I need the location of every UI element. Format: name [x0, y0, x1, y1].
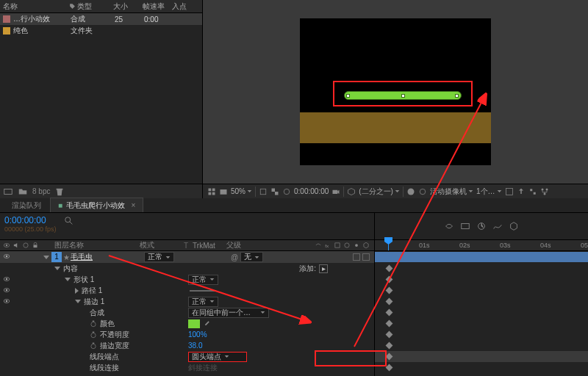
col-rate[interactable]: 帧速率 — [140, 1, 169, 12]
current-time-indicator[interactable] — [388, 240, 389, 250]
keyframe-icon[interactable] — [386, 287, 393, 294]
shape-mode-dropdown[interactable]: 正常 — [188, 275, 218, 285]
col-size[interactable]: 大小 — [110, 1, 140, 12]
keyframe-icon[interactable] — [386, 353, 393, 361]
vertex-handle[interactable] — [455, 94, 459, 98]
line-join-value[interactable]: 斜接连接 — [188, 363, 218, 373]
interpret-footage-icon[interactable] — [3, 187, 13, 197]
fullres-icon[interactable] — [528, 187, 537, 196]
twirl-down-icon[interactable] — [75, 300, 81, 303]
snapshot-icon[interactable] — [219, 187, 228, 196]
preview-timecode[interactable]: 0:00:00:00 — [294, 187, 329, 195]
contents-group[interactable]: 内容 添加:▸ — [0, 263, 374, 274]
trash-icon[interactable] — [54, 187, 65, 197]
keyframe-icon[interactable] — [386, 320, 393, 328]
keyframe-icon[interactable] — [386, 276, 393, 283]
shape-group[interactable]: 形状 1 正常 — [0, 274, 374, 285]
motion-blur-toggle-icon[interactable] — [476, 221, 487, 231]
color-icon[interactable] — [406, 187, 415, 196]
layer-row[interactable]: 1 ★ 毛毛虫 正常 @ 无 — [0, 251, 374, 263]
close-tab-icon[interactable]: × — [132, 201, 136, 209]
eye-icon[interactable] — [3, 297, 10, 305]
roi-icon[interactable] — [259, 187, 268, 196]
col-parent[interactable]: 父级 — [226, 240, 270, 250]
col-in[interactable]: 入点 — [169, 1, 201, 12]
view-icon[interactable] — [505, 187, 514, 196]
opacity-prop[interactable]: 不透明度 100% — [0, 329, 374, 340]
opacity-value[interactable]: 100% — [188, 330, 207, 339]
composite-prop[interactable]: 合成 在同组中前一个之下 — [0, 307, 374, 318]
eye-icon[interactable] — [3, 275, 10, 283]
composite-dropdown[interactable]: 在同组中前一个之下 — [188, 308, 269, 318]
eye-icon[interactable] — [3, 286, 10, 294]
shy-icon[interactable] — [315, 242, 322, 249]
stroke-width-prop[interactable]: 描边宽度 38.0 — [0, 340, 374, 351]
resolution-dropdown[interactable]: (二分之一) — [359, 187, 400, 197]
motion-blur-icon[interactable] — [343, 242, 351, 249]
bpc-label[interactable]: 8 bpc — [32, 187, 50, 195]
keyframe-icon[interactable] — [386, 309, 393, 317]
composition-canvas[interactable] — [300, 18, 491, 165]
layer-duration-bar[interactable] — [375, 252, 588, 262]
graph-editor-icon[interactable] — [492, 221, 503, 231]
switch-box[interactable] — [362, 253, 370, 261]
transparency-icon[interactable] — [270, 187, 279, 196]
grid-icon[interactable] — [207, 187, 216, 196]
keyframe-icon[interactable] — [386, 298, 393, 306]
caterpillar-shape[interactable] — [344, 91, 462, 100]
flowchart-icon[interactable] — [540, 187, 549, 196]
layer-name[interactable]: 毛毛虫 — [71, 252, 144, 262]
new-folder-icon[interactable] — [18, 187, 28, 197]
twirl-down-icon[interactable] — [65, 278, 71, 281]
draft3d-toggle-icon[interactable] — [509, 221, 519, 231]
keyframe-icon[interactable] — [386, 331, 393, 339]
keyframe-icon[interactable] — [386, 265, 393, 272]
track-rows[interactable] — [375, 251, 588, 376]
lock-header-icon[interactable] — [32, 242, 39, 249]
line-cap-prop[interactable]: 线段端点 圆头端点 — [0, 351, 374, 362]
keyframe-icon[interactable] — [386, 342, 393, 350]
twirl-down-icon[interactable] — [54, 267, 60, 270]
speaker-header-icon[interactable] — [12, 242, 20, 249]
parent-pickwhip[interactable]: @ — [231, 253, 238, 261]
adjustment-icon[interactable] — [353, 242, 360, 249]
eye-icon[interactable] — [3, 253, 10, 260]
project-item[interactable]: …行小动效 合成 25 0:00 — [0, 13, 202, 25]
color-prop[interactable]: 颜色 — [0, 318, 374, 329]
share-icon[interactable] — [517, 187, 526, 196]
camera-dropdown[interactable]: 活动摄像机 — [430, 187, 473, 197]
frame-blend-icon[interactable] — [334, 242, 341, 249]
keyframe-icon[interactable] — [386, 364, 393, 372]
stroke-group[interactable]: 描边 1 正常 — [0, 296, 374, 307]
switch-box[interactable] — [353, 253, 360, 261]
exposure-icon[interactable] — [418, 187, 427, 196]
stopwatch-icon[interactable] — [90, 331, 97, 339]
col-layer-name[interactable]: 图层名称 — [51, 240, 140, 250]
stopwatch-icon[interactable] — [90, 342, 97, 350]
draft3d-icon[interactable] — [347, 187, 356, 196]
search-icon[interactable] — [64, 216, 74, 226]
eye-header-icon[interactable] — [3, 242, 10, 249]
camera-icon[interactable] — [331, 187, 340, 196]
project-empty-area[interactable] — [0, 37, 202, 184]
mask-icon[interactable] — [282, 187, 291, 196]
path-group[interactable]: 路径 1 — [0, 285, 374, 296]
timeline-track-area[interactable]: 01s 02s 03s 04s 05s — [375, 213, 588, 376]
composition-tab[interactable]: ■ 毛毛虫爬行小动效 × — [50, 198, 143, 212]
stopwatch-icon[interactable] — [90, 320, 97, 328]
add-menu-button[interactable]: ▸ — [319, 264, 328, 273]
shy-toggle-icon[interactable] — [444, 221, 454, 231]
twirl-down-icon[interactable] — [43, 256, 49, 259]
col-type[interactable]: 类型 — [66, 1, 110, 12]
time-ruler[interactable]: 01s 02s 03s 04s 05s — [375, 239, 588, 251]
frame-blend-toggle-icon[interactable] — [460, 221, 470, 231]
vertex-handle[interactable] — [401, 94, 405, 98]
solo-header-icon[interactable] — [22, 242, 29, 249]
col-trkmat[interactable]: TTrkMat — [184, 242, 226, 250]
line-join-prop[interactable]: 线段连接 斜接连接 — [0, 362, 374, 373]
twirl-right-icon[interactable] — [75, 288, 79, 294]
eyedropper-icon[interactable] — [203, 320, 210, 328]
project-item[interactable]: 纯色 文件夹 — [0, 25, 202, 37]
3d-icon[interactable] — [362, 242, 370, 249]
fx-icon[interactable]: fx — [324, 242, 331, 249]
